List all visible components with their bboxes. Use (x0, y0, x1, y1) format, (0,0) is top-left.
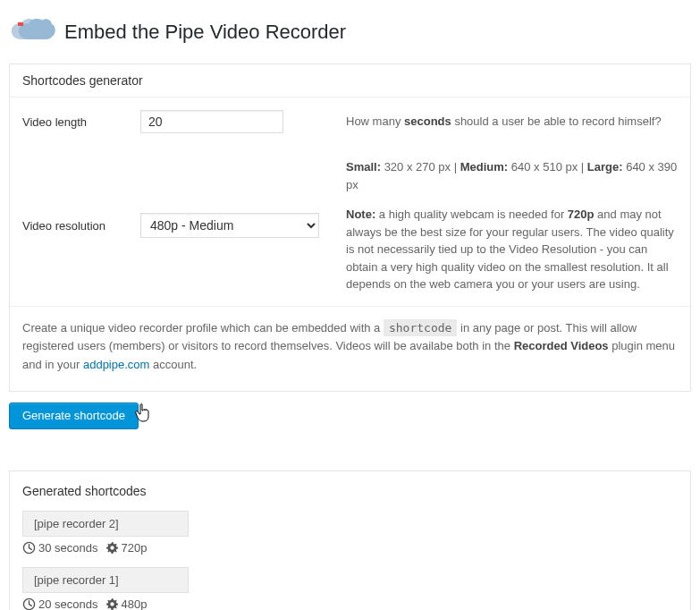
video-length-help: How many seconds should a user be able t… (328, 113, 678, 131)
video-resolution-label: Video resolution (22, 219, 140, 233)
size-val: 320 x 270 px | (381, 160, 460, 174)
shortcodes-generator-panel: Shortcodes generator Video length How ma… (9, 64, 691, 392)
generated-item: [pipe recorder 2] 30 seconds 720p (10, 502, 690, 558)
generated-item: [pipe recorder 1] 20 seconds 480p (10, 558, 690, 610)
help-text: How many (346, 114, 404, 128)
note-text: a high quality webcam is needed for (375, 208, 568, 221)
footer-bold: Recorded Videos (514, 339, 609, 352)
cloud-icon (9, 16, 55, 47)
svg-point-4 (110, 602, 114, 606)
video-resolution-select[interactable]: 480p - Medium (140, 213, 319, 238)
page-title: Embed the Pipe Video Recorder (64, 21, 346, 44)
help-bold: seconds (404, 114, 451, 128)
clock-icon (22, 597, 36, 610)
shortcode-meta: 20 seconds 480p (22, 597, 678, 610)
generated-shortcodes-panel: Generated shortcodes [pipe recorder 2] 3… (9, 470, 691, 610)
gear-icon (105, 541, 119, 555)
generated-heading: Generated shortcodes (10, 471, 690, 502)
shortcode-meta: 30 seconds 720p (22, 541, 678, 555)
video-resolution-help: Small: 320 x 270 px | Medium: 640 x 510 … (328, 158, 678, 293)
video-length-label: Video length (22, 115, 140, 129)
size-label: Small: (346, 160, 381, 174)
generate-shortcode-button[interactable]: Generate shortcode (9, 402, 139, 429)
footer-text: Create a unique video recorder profile w… (22, 321, 384, 335)
video-length-row: Video length How many seconds should a u… (10, 97, 690, 146)
resolution-text: 720p (122, 541, 148, 555)
clock-icon (22, 541, 36, 555)
shortcode-pill[interactable]: [pipe recorder 1] (22, 567, 189, 593)
duration-text: 20 seconds (38, 597, 98, 610)
generator-heading: Shortcodes generator (10, 64, 690, 97)
footer-text: account. (149, 358, 197, 371)
video-length-input[interactable] (140, 110, 283, 133)
note-bold: 720p (568, 208, 595, 221)
generator-footer: Create a unique video recorder profile w… (10, 306, 690, 391)
shortcode-pill[interactable]: [pipe recorder 2] (22, 511, 189, 537)
size-label: Medium: (460, 160, 508, 174)
video-resolution-row: Video resolution 480p - Medium Small: 32… (10, 146, 690, 306)
help-text: should a user be able to record himself? (451, 114, 662, 128)
resolution-text: 480p (122, 597, 148, 610)
addpipe-link[interactable]: addpipe.com (83, 358, 149, 371)
svg-point-2 (110, 546, 114, 549)
svg-rect-0 (18, 22, 23, 26)
note-label: Note: (346, 208, 375, 221)
page-header: Embed the Pipe Video Recorder (9, 9, 691, 64)
gear-icon (105, 597, 119, 610)
size-val: 640 x 510 px | (508, 160, 587, 174)
size-label: Large: (587, 160, 623, 174)
footer-code: shortcode (384, 319, 457, 336)
duration-text: 30 seconds (38, 541, 98, 555)
